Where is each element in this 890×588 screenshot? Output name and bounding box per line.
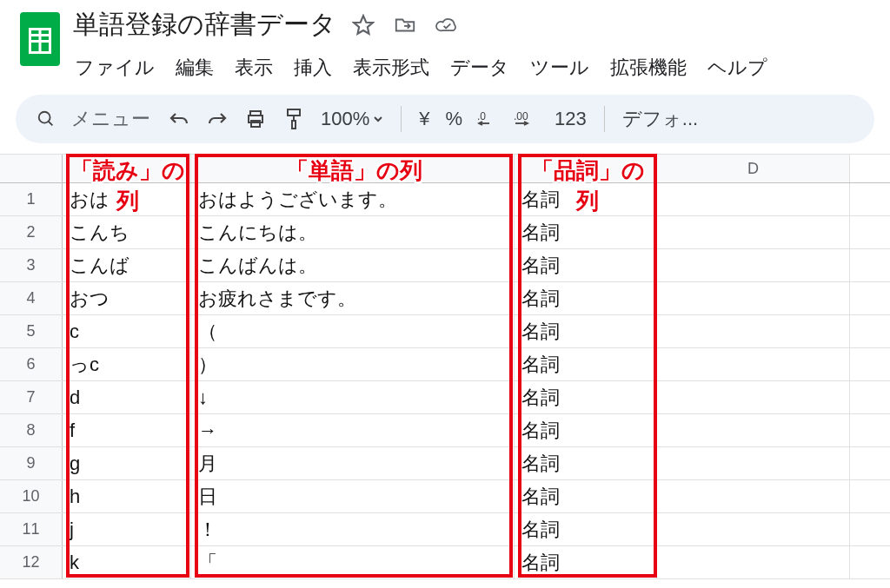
cell[interactable]: おつ (63, 282, 191, 314)
cell[interactable] (657, 513, 850, 545)
cell[interactable]: こんばんは。 (191, 249, 515, 281)
cell[interactable]: 名詞 (515, 546, 657, 578)
move-icon[interactable] (394, 14, 416, 36)
menu-help[interactable]: ヘルプ (707, 55, 767, 81)
menu-tools[interactable]: ツール (530, 55, 589, 81)
menu-extensions[interactable]: 拡張機能 (610, 55, 687, 81)
column-header-row: D (0, 154, 890, 183)
cell[interactable]: こんば (63, 249, 191, 281)
redo-button[interactable] (203, 104, 232, 134)
cell[interactable]: 月 (191, 447, 515, 479)
cell[interactable]: 名詞 (515, 414, 657, 446)
cell[interactable]: 名詞 (515, 249, 657, 281)
chevron-down-icon (373, 114, 383, 124)
cloud-saved-icon[interactable] (435, 14, 458, 36)
row-header[interactable]: 5 (0, 315, 63, 347)
cell[interactable]: f (63, 414, 191, 446)
cell[interactable] (657, 216, 850, 248)
cell[interactable]: ↓ (191, 381, 515, 413)
cell[interactable] (657, 480, 850, 512)
cell[interactable]: 名詞 (515, 381, 657, 413)
row-header[interactable]: 10 (0, 480, 63, 512)
percent-button[interactable]: % (442, 108, 467, 130)
row-header[interactable]: 1 (0, 183, 63, 215)
cell[interactable]: っc (63, 348, 191, 380)
star-icon[interactable] (352, 14, 375, 36)
sheets-app-icon[interactable] (16, 7, 64, 71)
menu-insert[interactable]: 挿入 (294, 55, 332, 81)
font-dropdown[interactable]: デフォ... (619, 106, 701, 132)
cell[interactable]: g (63, 447, 191, 479)
svg-text:.00: .00 (514, 110, 528, 122)
cell[interactable]: 名詞 (515, 216, 657, 248)
menu-view[interactable]: 表示 (235, 55, 273, 81)
cell[interactable]: k (63, 546, 191, 578)
row-header[interactable]: 8 (0, 414, 63, 446)
row-header[interactable]: 2 (0, 216, 63, 248)
zoom-dropdown[interactable]: 100% (317, 108, 387, 130)
title-area: 単語登録の辞書データ ファイル 編集 表示 挿入 表示形式 データ ツール 拡張… (73, 7, 874, 89)
decrease-decimal-button[interactable]: .0 (475, 104, 504, 134)
cell[interactable] (657, 546, 850, 578)
row-header[interactable]: 11 (0, 513, 63, 545)
paint-format-button[interactable] (279, 104, 309, 134)
cell[interactable]: 名詞 (515, 183, 657, 215)
number-format-button[interactable]: 123 (551, 108, 590, 130)
row-header[interactable]: 6 (0, 348, 63, 380)
cell[interactable]: c (63, 315, 191, 347)
cell[interactable] (657, 348, 850, 380)
row-header[interactable]: 4 (0, 282, 63, 314)
menu-format[interactable]: 表示形式 (353, 55, 429, 81)
undo-button[interactable] (164, 104, 194, 134)
cell[interactable]: （ (191, 315, 515, 347)
column-header-a[interactable] (63, 155, 191, 182)
search-icon[interactable] (31, 104, 61, 134)
cell[interactable]: 日 (191, 480, 515, 512)
cell[interactable]: → (191, 414, 515, 446)
cell[interactable]: 名詞 (515, 315, 657, 347)
menu-file[interactable]: ファイル (75, 55, 155, 81)
cell[interactable] (657, 381, 850, 413)
cell[interactable]: おは (63, 183, 191, 215)
row-header[interactable]: 7 (0, 381, 63, 413)
increase-decimal-button[interactable]: .00 (513, 104, 542, 134)
cell[interactable]: ） (191, 348, 515, 380)
select-all-corner[interactable] (0, 155, 63, 182)
cell[interactable]: 名詞 (515, 348, 657, 380)
table-row: 2こんちこんにちは。名詞 (0, 216, 890, 249)
cell[interactable]: h (63, 480, 191, 512)
app-header: 単語登録の辞書データ ファイル 編集 表示 挿入 表示形式 データ ツール 拡張… (0, 0, 890, 89)
row-header[interactable]: 3 (0, 249, 63, 281)
print-button[interactable] (241, 104, 270, 134)
currency-button[interactable]: ¥ (415, 108, 433, 130)
menu-edit[interactable]: 編集 (176, 55, 214, 81)
cell[interactable]: 「 (191, 546, 515, 578)
row-header[interactable]: 9 (0, 447, 63, 479)
cell[interactable]: 名詞 (515, 282, 657, 314)
cell[interactable] (657, 282, 850, 314)
cell[interactable]: 名詞 (515, 447, 657, 479)
document-title[interactable]: 単語登録の辞書データ (73, 7, 336, 43)
column-header-b[interactable] (191, 155, 515, 182)
cell[interactable] (657, 447, 850, 479)
cell[interactable]: 名詞 (515, 480, 657, 512)
svg-rect-7 (292, 121, 296, 129)
cell[interactable] (657, 183, 850, 215)
cell[interactable]: ！ (191, 513, 515, 545)
row-header[interactable]: 12 (0, 546, 63, 578)
toolbar-menu-hint[interactable]: メニュー (70, 106, 156, 132)
cell[interactable]: お疲れさまです。 (191, 282, 515, 314)
cell[interactable]: こんち (63, 216, 191, 248)
column-header-d[interactable]: D (657, 155, 850, 182)
toolbar-separator-2 (604, 106, 605, 132)
cell[interactable] (657, 315, 850, 347)
cell[interactable]: d (63, 381, 191, 413)
cell[interactable] (657, 414, 850, 446)
column-header-c[interactable] (515, 155, 657, 182)
menu-data[interactable]: データ (450, 55, 509, 81)
cell[interactable]: こんにちは。 (191, 216, 515, 248)
cell[interactable] (657, 249, 850, 281)
cell[interactable]: おはようございます。 (191, 183, 515, 215)
cell[interactable]: 名詞 (515, 513, 657, 545)
cell[interactable]: j (63, 513, 191, 545)
